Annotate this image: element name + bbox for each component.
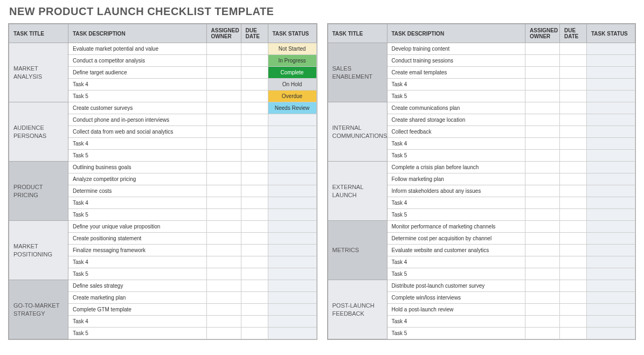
status-cell[interactable] — [587, 43, 635, 55]
task-desc-cell[interactable]: Task 4 — [68, 138, 207, 150]
owner-cell[interactable] — [525, 79, 560, 91]
task-desc-cell[interactable]: Task 5 — [387, 268, 525, 280]
status-cell[interactable] — [268, 304, 316, 316]
status-cell[interactable] — [268, 114, 316, 126]
task-desc-cell[interactable]: Create customer surveys — [68, 102, 207, 114]
owner-cell[interactable] — [206, 67, 241, 79]
due-cell[interactable] — [241, 268, 268, 280]
due-cell[interactable] — [560, 280, 587, 292]
due-cell[interactable] — [241, 173, 268, 185]
task-desc-cell[interactable]: Task 4 — [68, 79, 207, 91]
status-cell[interactable]: Complete — [268, 67, 316, 79]
owner-cell[interactable] — [206, 197, 241, 209]
due-cell[interactable] — [241, 150, 268, 162]
status-cell[interactable] — [587, 185, 635, 197]
owner-cell[interactable] — [206, 256, 241, 268]
task-desc-cell[interactable]: Finalize messaging framework — [68, 245, 207, 256]
due-cell[interactable] — [560, 55, 587, 67]
status-cell[interactable] — [268, 197, 316, 209]
status-cell[interactable] — [268, 221, 316, 233]
owner-cell[interactable] — [525, 43, 560, 55]
owner-cell[interactable] — [206, 209, 241, 221]
due-cell[interactable] — [241, 304, 268, 316]
due-cell[interactable] — [241, 209, 268, 221]
status-cell[interactable] — [587, 55, 635, 67]
due-cell[interactable] — [560, 67, 587, 79]
owner-cell[interactable] — [206, 114, 241, 126]
owner-cell[interactable] — [525, 245, 560, 256]
due-cell[interactable] — [560, 102, 587, 114]
due-cell[interactable] — [560, 126, 587, 138]
task-desc-cell[interactable]: Define your unique value proposition — [68, 221, 207, 233]
status-cell[interactable] — [268, 245, 316, 256]
due-cell[interactable] — [241, 91, 268, 102]
task-desc-cell[interactable]: Determine costs — [68, 185, 207, 197]
status-cell[interactable] — [587, 280, 635, 292]
owner-cell[interactable] — [525, 221, 560, 233]
task-desc-cell[interactable]: Task 5 — [68, 91, 207, 102]
task-desc-cell[interactable]: Task 4 — [387, 138, 525, 150]
due-cell[interactable] — [241, 185, 268, 197]
owner-cell[interactable] — [525, 304, 560, 316]
owner-cell[interactable] — [206, 79, 241, 91]
status-cell[interactable] — [268, 233, 316, 245]
status-cell[interactable] — [268, 268, 316, 280]
status-cell[interactable] — [268, 138, 316, 150]
status-cell[interactable] — [268, 280, 316, 292]
due-cell[interactable] — [241, 316, 268, 328]
task-desc-cell[interactable]: Task 4 — [387, 316, 525, 328]
owner-cell[interactable] — [206, 91, 241, 102]
status-cell[interactable] — [587, 292, 635, 304]
owner-cell[interactable] — [206, 316, 241, 328]
owner-cell[interactable] — [525, 292, 560, 304]
task-desc-cell[interactable]: Hold a post-launch review — [387, 304, 525, 316]
task-desc-cell[interactable]: Create marketing plan — [68, 292, 207, 304]
task-desc-cell[interactable]: Conduct phone and in-person interviews — [68, 114, 207, 126]
owner-cell[interactable] — [525, 162, 560, 173]
task-desc-cell[interactable]: Task 5 — [387, 328, 525, 339]
status-cell[interactable] — [587, 67, 635, 79]
status-cell[interactable] — [268, 209, 316, 221]
status-cell[interactable] — [268, 150, 316, 162]
due-cell[interactable] — [241, 138, 268, 150]
task-desc-cell[interactable]: Define target audience — [68, 67, 207, 79]
due-cell[interactable] — [241, 197, 268, 209]
status-cell[interactable] — [587, 79, 635, 91]
owner-cell[interactable] — [525, 55, 560, 67]
task-desc-cell[interactable]: Task 4 — [387, 197, 525, 209]
owner-cell[interactable] — [206, 280, 241, 292]
due-cell[interactable] — [560, 209, 587, 221]
status-cell[interactable]: In Progress — [268, 55, 316, 67]
task-desc-cell[interactable]: Analyze competitor pricing — [68, 173, 207, 185]
status-cell[interactable] — [587, 328, 635, 339]
task-desc-cell[interactable]: Create shared storage location — [387, 114, 525, 126]
owner-cell[interactable] — [525, 268, 560, 280]
due-cell[interactable] — [241, 43, 268, 55]
status-cell[interactable] — [587, 245, 635, 256]
task-desc-cell[interactable]: Task 4 — [387, 256, 525, 268]
due-cell[interactable] — [560, 79, 587, 91]
task-desc-cell[interactable]: Task 5 — [68, 209, 207, 221]
owner-cell[interactable] — [206, 268, 241, 280]
owner-cell[interactable] — [206, 292, 241, 304]
due-cell[interactable] — [241, 233, 268, 245]
status-cell[interactable] — [587, 138, 635, 150]
status-cell[interactable] — [587, 114, 635, 126]
task-desc-cell[interactable]: Task 5 — [68, 268, 207, 280]
status-cell[interactable] — [268, 126, 316, 138]
due-cell[interactable] — [241, 221, 268, 233]
task-desc-cell[interactable]: Follow marketing plan — [387, 173, 525, 185]
task-desc-cell[interactable]: Create communications plan — [387, 102, 525, 114]
owner-cell[interactable] — [525, 197, 560, 209]
due-cell[interactable] — [560, 43, 587, 55]
status-cell[interactable] — [587, 162, 635, 173]
due-cell[interactable] — [241, 79, 268, 91]
owner-cell[interactable] — [206, 173, 241, 185]
due-cell[interactable] — [241, 292, 268, 304]
status-cell[interactable] — [587, 304, 635, 316]
task-desc-cell[interactable]: Develop training content — [387, 43, 525, 55]
owner-cell[interactable] — [525, 209, 560, 221]
owner-cell[interactable] — [206, 185, 241, 197]
status-cell[interactable] — [587, 256, 635, 268]
status-cell[interactable] — [587, 316, 635, 328]
